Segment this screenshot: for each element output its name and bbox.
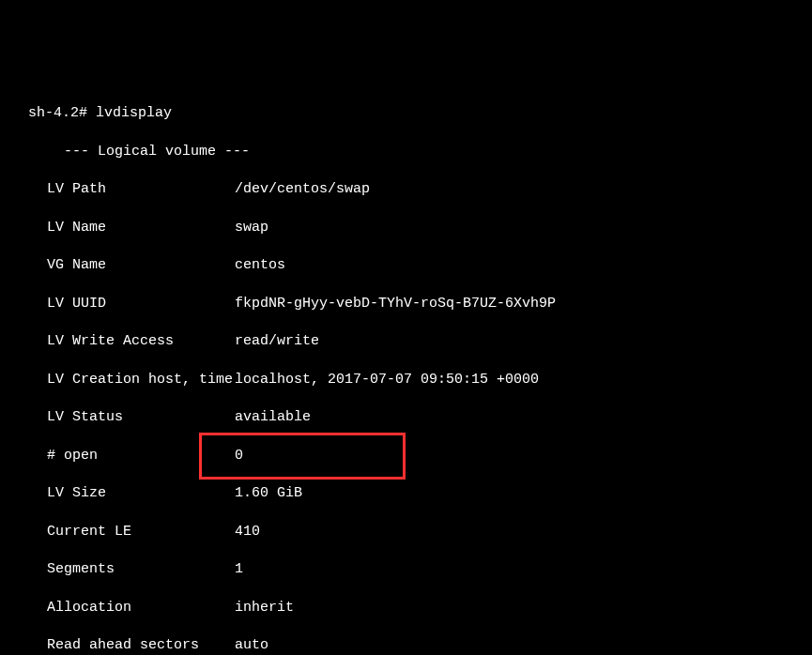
value-lv-path-0: /dev/centos/swap bbox=[235, 180, 370, 199]
label-segments-0: Segments bbox=[47, 560, 235, 579]
volume-header-0: --- Logical volume --- bbox=[28, 143, 812, 161]
value-num-open-0: 0 bbox=[235, 447, 243, 465]
label-num-open-0: # open bbox=[47, 447, 235, 465]
row-lv-uuid-0: LV UUIDfkpdNR-gHyy-vebD-TYhV-roSq-B7UZ-6… bbox=[28, 295, 812, 313]
row-lv-name-0: LV Nameswap bbox=[28, 219, 812, 237]
value-allocation-0: inherit bbox=[235, 599, 294, 617]
command-text: lvdisplay bbox=[96, 105, 172, 121]
row-lv-creation-0: LV Creation host, timelocalhost, 2017-07… bbox=[28, 371, 812, 389]
value-lv-name-0: swap bbox=[235, 219, 268, 237]
label-vg-name-0: VG Name bbox=[47, 256, 235, 275]
label-lv-creation-0: LV Creation host, time bbox=[47, 371, 235, 389]
shell-prompt: sh-4.2# bbox=[28, 105, 96, 121]
label-current-le-0: Current LE bbox=[47, 523, 235, 541]
row-lv-write-0: LV Write Accessread/write bbox=[28, 332, 812, 351]
label-allocation-0: Allocation bbox=[47, 599, 235, 617]
row-vg-name-0: VG Namecentos bbox=[28, 256, 812, 275]
value-lv-creation-0: localhost, 2017-07-07 09:50:15 +0000 bbox=[235, 371, 539, 389]
label-read-ahead-0: Read ahead sectors bbox=[47, 636, 235, 655]
label-lv-status-0: LV Status bbox=[47, 408, 235, 427]
value-lv-write-0: read/write bbox=[235, 332, 319, 351]
row-allocation-0: Allocationinherit bbox=[28, 599, 812, 617]
row-lv-path-0: LV Path/dev/centos/swap bbox=[28, 180, 812, 199]
value-vg-name-0: centos bbox=[235, 256, 285, 275]
value-current-le-0: 410 bbox=[235, 523, 260, 541]
row-current-le-0: Current LE410 bbox=[28, 523, 812, 541]
row-lv-status-0: LV Statusavailable bbox=[28, 408, 812, 427]
value-segments-0: 1 bbox=[235, 560, 243, 579]
value-read-ahead-0: auto bbox=[235, 636, 268, 655]
label-lv-path-0: LV Path bbox=[47, 180, 235, 199]
value-lv-uuid-0: fkpdNR-gHyy-vebD-TYhV-roSq-B7UZ-6Xvh9P bbox=[235, 295, 556, 313]
row-num-open-0: # open0 bbox=[28, 447, 812, 465]
shell-prompt-line[interactable]: sh-4.2# lvdisplay bbox=[28, 104, 812, 123]
value-lv-size-0: 1.60 GiB bbox=[235, 484, 302, 503]
row-lv-size-0: LV Size1.60 GiB bbox=[28, 484, 812, 503]
row-segments-0: Segments1 bbox=[28, 560, 812, 579]
row-read-ahead-0: Read ahead sectorsauto bbox=[28, 636, 812, 655]
terminal-output: sh-4.2# lvdisplay --- Logical volume ---… bbox=[0, 85, 812, 655]
label-lv-write-0: LV Write Access bbox=[47, 332, 235, 351]
value-lv-status-0: available bbox=[235, 408, 311, 427]
label-lv-size-0: LV Size bbox=[47, 484, 235, 503]
label-lv-name-0: LV Name bbox=[47, 219, 235, 237]
label-lv-uuid-0: LV UUID bbox=[47, 295, 235, 313]
